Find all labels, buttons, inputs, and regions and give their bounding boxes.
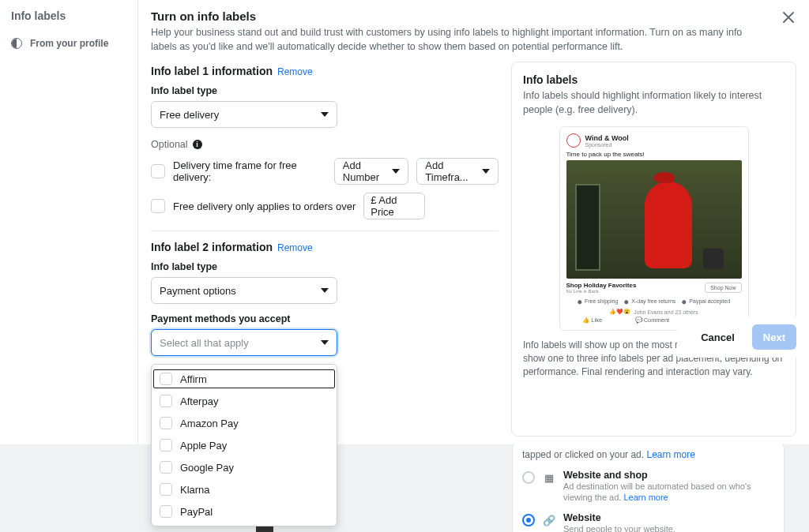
payment-methods-dropdown[interactable]: Affirm Afterpay Amazon Pay Apple Pay Goo… bbox=[151, 364, 337, 526]
sidebar-title: Info labels bbox=[8, 9, 130, 22]
payment-option-klarna[interactable]: Klarna bbox=[152, 478, 337, 500]
add-price-input[interactable]: £ Add Price bbox=[363, 193, 425, 219]
min-order-label: Free delivery only applies to orders ove… bbox=[173, 200, 356, 212]
ad-preview-card: Wind & Wool Sponsored Time to pack up th… bbox=[559, 126, 749, 331]
checkbox[interactable] bbox=[160, 483, 172, 496]
payment-option-affirm[interactable]: Affirm bbox=[152, 368, 337, 390]
sidebar-item-from-profile[interactable]: From your profile bbox=[8, 35, 130, 52]
payment-option-google-pay[interactable]: Google Pay bbox=[152, 456, 337, 478]
payment-option-afterpay[interactable]: Afterpay bbox=[152, 390, 337, 412]
modal-title: Turn on info labels bbox=[151, 9, 796, 23]
background-destination-card: tapped or clicked on your ad. Learn more… bbox=[512, 442, 785, 532]
chevron-down-icon bbox=[321, 288, 329, 293]
shop-now-button: Shop Now bbox=[705, 283, 741, 293]
chevron-down-icon bbox=[321, 112, 329, 117]
payment-option-paypal[interactable]: PayPal bbox=[152, 500, 337, 523]
preview-panel: Info labels Info labels should highlight… bbox=[511, 62, 796, 436]
preview-title: Info labels bbox=[523, 73, 785, 86]
payment-option-amazon-pay[interactable]: Amazon Pay bbox=[152, 412, 337, 434]
info-label-type-2-select[interactable]: Payment options bbox=[151, 277, 337, 304]
preview-desc: Info labels should highlight information… bbox=[523, 89, 785, 117]
modal-header: Turn on info labels Help your business s… bbox=[138, 0, 809, 62]
remove-section-1[interactable]: Remove bbox=[277, 66, 313, 77]
optional-label: Optional bbox=[151, 139, 188, 150]
shop-icon: ▦ bbox=[543, 471, 555, 484]
half-circle-icon bbox=[11, 38, 22, 49]
checkbox[interactable] bbox=[160, 461, 172, 474]
destination-option-website-shop[interactable]: ▦ Website and shop Ad destination will b… bbox=[522, 465, 774, 508]
radio-selected[interactable] bbox=[522, 514, 535, 526]
section-1-header: Info label 1 information Remove bbox=[151, 62, 499, 77]
checkbox[interactable] bbox=[160, 395, 172, 407]
destination-option-website[interactable]: 🔗 Website Send people to your website. bbox=[522, 508, 774, 532]
label-type-1: Info label type bbox=[151, 85, 499, 96]
link-icon: 🔗 bbox=[543, 514, 555, 526]
modal-sidebar: Info labels From your profile bbox=[0, 0, 138, 444]
chevron-down-icon bbox=[392, 169, 400, 174]
checkbox[interactable] bbox=[160, 505, 172, 518]
next-button[interactable]: Next bbox=[752, 324, 796, 350]
sidebar-item-label: From your profile bbox=[30, 38, 108, 49]
cancel-button[interactable]: Cancel bbox=[690, 324, 746, 350]
preview-info-labels: Free shipping X-day free returns Paypal … bbox=[566, 298, 742, 304]
checkbox[interactable] bbox=[160, 417, 172, 429]
add-timeframe-select[interactable]: Add Timefra... bbox=[416, 158, 499, 185]
checkbox[interactable] bbox=[160, 439, 172, 451]
modal-description: Help your business stand out and build t… bbox=[151, 26, 767, 54]
remove-section-2[interactable]: Remove bbox=[277, 242, 313, 253]
close-icon bbox=[782, 11, 795, 24]
payment-methods-label: Payment methods you accept bbox=[151, 313, 499, 324]
info-icon[interactable]: i bbox=[193, 140, 202, 149]
learn-more-link-2[interactable]: Learn more bbox=[623, 493, 668, 502]
learn-more-link[interactable]: Learn more bbox=[646, 449, 694, 460]
min-order-checkbox[interactable] bbox=[151, 199, 165, 213]
label-type-2: Info label type bbox=[151, 261, 499, 272]
avatar bbox=[566, 133, 581, 148]
payment-option-apple-pay[interactable]: Apple Pay bbox=[152, 434, 337, 456]
radio-unselected[interactable] bbox=[522, 471, 535, 484]
chevron-down-icon bbox=[482, 169, 490, 174]
section-2-header: Info label 2 information Remove bbox=[151, 230, 499, 253]
preview-image bbox=[566, 160, 742, 279]
modal-footer: Cancel Next bbox=[677, 317, 809, 358]
info-labels-modal: Info labels From your profile Turn on in… bbox=[0, 0, 809, 444]
payment-methods-select[interactable]: Select all that apply bbox=[151, 329, 337, 356]
chevron-down-icon bbox=[321, 340, 329, 345]
info-label-type-1-select[interactable]: Free delivery bbox=[151, 101, 337, 128]
delivery-time-checkbox[interactable] bbox=[151, 164, 165, 178]
checkbox[interactable] bbox=[160, 373, 172, 385]
delivery-time-label: Delivery time frame for free delivery: bbox=[173, 159, 326, 183]
close-button[interactable] bbox=[779, 8, 798, 27]
add-number-select[interactable]: Add Number bbox=[334, 158, 408, 185]
